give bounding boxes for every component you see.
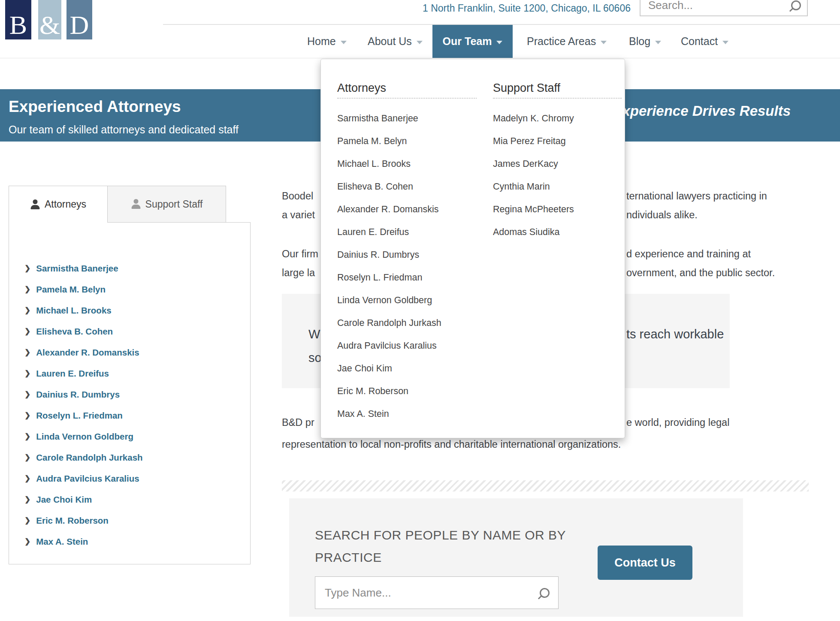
dropdown-support-link[interactable]: Mia Perez Freitag — [493, 130, 622, 153]
chevron-right-icon: ❯ — [24, 495, 30, 504]
attorney-list-item[interactable]: ❯ Pamela M. Belyn — [9, 279, 250, 300]
attorney-list-item[interactable]: ❯ Carole Randolph Jurkash — [9, 447, 250, 468]
body-text-fragment: representation to local non-profits and … — [282, 439, 621, 450]
dropdown-attorney-link[interactable]: Carole Randolph Jurkash — [337, 312, 477, 335]
caret-down-icon — [722, 41, 728, 44]
dropdown-attorney-link[interactable]: Linda Vernon Goldberg — [337, 289, 477, 312]
dropdown-attorney-link[interactable]: Audra Pavilcius Karalius — [337, 335, 477, 357]
page: B & D 1 North Franklin, Suite 1200, Chic… — [0, 0, 840, 621]
attorney-list-item[interactable]: ❯ Roselyn L. Friedman — [9, 405, 250, 426]
dropdown-attorneys-column: Attorneys Sarmistha BanerjeePamela M. Be… — [337, 59, 477, 438]
dropdown-attorney-link[interactable]: Elisheva B. Cohen — [337, 175, 477, 198]
attorney-list-item[interactable]: ❯ Michael L. Brooks — [9, 300, 250, 321]
attorney-list-item[interactable]: ❯ Linda Vernon Goldberg — [9, 426, 250, 447]
dropdown-support-list: Madelyn K. ChromyMia Perez FreitagJames … — [493, 107, 622, 244]
logo-block-d: D — [66, 0, 92, 39]
chevron-right-icon: ❯ — [24, 411, 30, 420]
nav-item-about-us[interactable]: About Us — [368, 25, 423, 58]
attorney-link[interactable]: Jae Choi Kim — [36, 494, 92, 505]
dropdown-attorney-link[interactable]: Max A. Stein — [337, 403, 477, 425]
attorney-list-item[interactable]: ❯ Max A. Stein — [9, 531, 250, 552]
page-subtitle: Our team of skilled attorneys and dedica… — [9, 124, 239, 136]
body-text-fragment: B&D pr — [282, 417, 314, 428]
nav-item-practice-areas[interactable]: Practice Areas — [527, 25, 607, 58]
attorney-link[interactable]: Carole Randolph Jurkash — [36, 452, 142, 463]
dropdown-attorney-link[interactable]: Roselyn L. Friedman — [337, 266, 477, 289]
attorney-link[interactable]: Lauren E. Dreifus — [36, 368, 109, 379]
attorney-link[interactable]: Roselyn L. Friedman — [36, 410, 123, 421]
dropdown-attorney-link[interactable]: Lauren E. Dreifus — [337, 221, 477, 244]
dropdown-support-link[interactable]: Cynthia Marin — [493, 175, 622, 198]
attorney-link[interactable]: Eric M. Roberson — [36, 515, 109, 526]
chevron-right-icon: ❯ — [24, 474, 30, 483]
intro-text-fragment: Boodel — [282, 190, 313, 202]
logo-block-b: B — [5, 0, 31, 39]
intro-text-fragment: Our firm — [282, 248, 318, 260]
attorney-link[interactable]: Elisheva B. Cohen — [36, 326, 113, 337]
attorney-list-item[interactable]: ❯ Lauren E. Dreifus — [9, 363, 250, 384]
dropdown-attorney-link[interactable]: Jae Choi Kim — [337, 357, 477, 380]
nav-label: Practice Areas — [527, 35, 596, 48]
dotted-divider — [493, 98, 622, 99]
chevron-right-icon: ❯ — [24, 327, 30, 336]
nav-label: Contact — [681, 35, 718, 48]
body-text-fragment: e world, providing legal — [626, 417, 729, 428]
attorney-list-item[interactable]: ❯ Eric M. Roberson — [9, 510, 250, 531]
attorney-link[interactable]: Alexander R. Domanskis — [36, 347, 139, 358]
chevron-right-icon: ❯ — [24, 264, 30, 273]
attorney-list-item[interactable]: ❯ Jae Choi Kim — [9, 489, 250, 510]
site-search-input[interactable] — [647, 0, 791, 12]
caret-down-icon — [417, 41, 423, 44]
attorney-link[interactable]: Michael L. Brooks — [36, 305, 111, 316]
dropdown-attorneys-header: Attorneys — [337, 81, 386, 95]
dropdown-attorneys-list: Sarmistha BanerjeePamela M. BelynMichael… — [337, 107, 477, 425]
nav-divider — [0, 58, 840, 58]
attorneys-list-panel: ❯ Sarmistha Banerjee ❯ Pamela M. Belyn ❯… — [9, 222, 251, 564]
tab-support-staff[interactable]: Support Staff — [107, 186, 226, 223]
attorney-list-item[interactable]: ❯ Elisheva B. Cohen — [9, 321, 250, 342]
dropdown-attorney-link[interactable]: Eric M. Roberson — [337, 380, 477, 403]
firm-logo[interactable]: B & D — [5, 0, 92, 39]
dropdown-support-link[interactable]: Adomas Siudika — [493, 221, 622, 244]
attorney-link[interactable]: Pamela M. Belyn — [36, 284, 106, 295]
quote-text-fragment: W — [308, 327, 320, 341]
attorney-link[interactable]: Sarmistha Banerjee — [36, 263, 118, 274]
nav-item-home[interactable]: Home — [307, 25, 347, 58]
dropdown-support-link[interactable]: Madelyn K. Chromy — [493, 107, 622, 130]
attorney-list-item[interactable]: ❯ Alexander R. Domanskis — [9, 342, 250, 363]
chevron-right-icon: ❯ — [24, 537, 30, 546]
chevron-right-icon: ❯ — [24, 453, 30, 462]
dropdown-attorney-link[interactable]: Pamela M. Belyn — [337, 130, 477, 153]
attorney-link[interactable]: Audra Pavilcius Karalius — [36, 473, 139, 484]
intro-text-fragment: d experience and training at — [626, 248, 751, 260]
intro-text-fragment: ternational lawyers practicing in — [626, 190, 767, 202]
nav-item-our-team-active[interactable]: Our Team — [432, 25, 513, 58]
nav-label: Our Team — [443, 35, 492, 48]
attorney-link[interactable]: Dainius R. Dumbrys — [36, 389, 120, 400]
nav-item-blog[interactable]: Blog — [629, 25, 661, 58]
dropdown-support-link[interactable]: Regina McPheeters — [493, 198, 622, 221]
search-icon[interactable] — [791, 0, 801, 10]
caret-down-icon — [341, 41, 347, 44]
contact-us-button[interactable]: Contact Us — [598, 546, 692, 580]
attorney-list-item[interactable]: ❯ Audra Pavilcius Karalius — [9, 468, 250, 489]
attorney-list-item[interactable]: ❯ Sarmistha Banerjee — [9, 258, 250, 279]
main-nav: Home About Us Our Team Practice Areas Bl… — [0, 25, 840, 58]
quote-text-fragment: so — [308, 351, 322, 365]
name-search-input[interactable] — [324, 586, 540, 600]
dropdown-attorney-link[interactable]: Alexander R. Domanskis — [337, 198, 477, 221]
caret-down-icon — [655, 41, 661, 44]
caret-down-icon — [496, 41, 502, 44]
nav-item-contact[interactable]: Contact — [681, 25, 728, 58]
attorney-link[interactable]: Linda Vernon Goldberg — [36, 431, 133, 442]
dropdown-attorney-link[interactable]: Michael L. Brooks — [337, 153, 477, 175]
dropdown-attorney-link[interactable]: Sarmistha Banerjee — [337, 107, 477, 130]
tab-attorneys[interactable]: Attorneys — [9, 186, 108, 223]
dotted-divider — [337, 98, 477, 99]
search-icon[interactable] — [540, 588, 550, 598]
dropdown-attorney-link[interactable]: Dainius R. Dumbrys — [337, 244, 477, 266]
attorney-list-item[interactable]: ❯ Dainius R. Dumbrys — [9, 384, 250, 405]
dropdown-support-link[interactable]: James DerKacy — [493, 153, 622, 175]
intro-text-fragment: a variet — [282, 209, 315, 221]
attorney-link[interactable]: Max A. Stein — [36, 537, 88, 547]
